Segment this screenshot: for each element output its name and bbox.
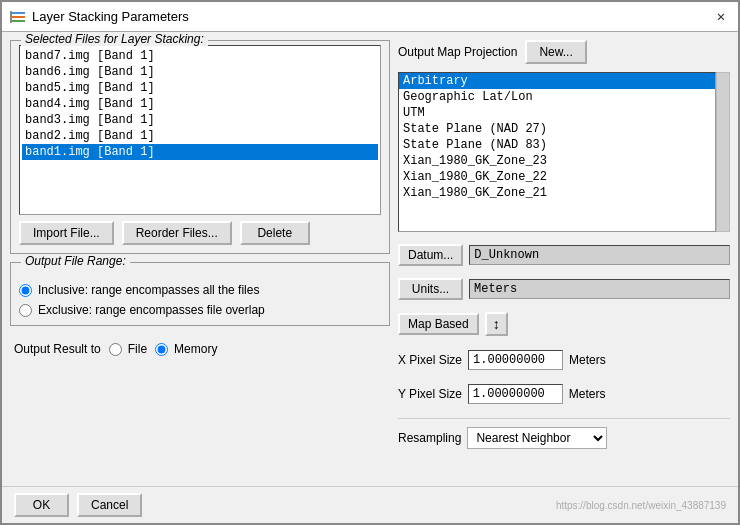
projection-item-geo[interactable]: Geographic Lat/Lon [399,89,715,105]
svg-rect-1 [11,16,25,18]
projection-container: Arbitrary Geographic Lat/Lon UTM State P… [398,72,730,232]
list-item-selected[interactable]: band1.img [Band 1] [22,144,378,160]
list-item[interactable]: band2.img [Band 1] [22,128,378,144]
exclusive-radio[interactable]: Exclusive: range encompasses file overla… [19,303,381,317]
files-group: Selected Files for Layer Stacking: band7… [10,40,390,254]
projection-list[interactable]: Arbitrary Geographic Lat/Lon UTM State P… [398,72,716,232]
window-title: Layer Stacking Parameters [32,9,706,24]
ok-button[interactable]: OK [14,493,69,517]
bottom-buttons: OK Cancel [14,493,142,517]
projection-scrollbar[interactable] [716,72,730,232]
reorder-files-button[interactable]: Reorder Files... [122,221,232,245]
close-button[interactable]: ✕ [712,8,730,26]
units-row: Units... Meters [398,278,730,300]
file-radio[interactable]: File [109,342,147,356]
range-group-title: Output File Range: [21,254,130,268]
x-pixel-label: X Pixel Size [398,353,462,367]
new-projection-button[interactable]: New... [525,40,586,64]
exclusive-label: Exclusive: range encompasses file overla… [38,303,265,317]
file-radio-label: File [128,342,147,356]
units-value: Meters [469,279,730,299]
projection-header-row: Output Map Projection New... [398,40,730,64]
range-group: Output File Range: Inclusive: range enco… [10,262,390,326]
x-pixel-row: X Pixel Size Meters [398,350,730,370]
main-content: Selected Files for Layer Stacking: band7… [2,32,738,486]
left-panel: Selected Files for Layer Stacking: band7… [10,40,390,478]
list-item[interactable]: band7.img [Band 1] [22,48,378,64]
y-pixel-row: Y Pixel Size Meters [398,384,730,404]
resampling-label: Resampling [398,431,461,445]
projection-label: Output Map Projection [398,45,517,59]
list-item[interactable]: band3.img [Band 1] [22,112,378,128]
svg-rect-2 [11,20,25,22]
bottom-bar: OK Cancel https://blog.csdn.net/weixin_4… [2,486,738,523]
memory-radio-label: Memory [174,342,217,356]
layer-stacking-dialog: Layer Stacking Parameters ✕ Selected Fil… [0,0,740,525]
map-based-row: Map Based ↕ [398,312,730,336]
watermark: https://blog.csdn.net/weixin_43887139 [556,500,726,511]
x-pixel-input[interactable] [468,350,563,370]
projection-item-state83[interactable]: State Plane (NAD 83) [399,137,715,153]
datum-value: D_Unknown [469,245,730,265]
output-row: Output Result to File Memory [10,334,390,360]
projection-item-utm[interactable]: UTM [399,105,715,121]
memory-radio[interactable]: Memory [155,342,217,356]
import-file-button[interactable]: Import File... [19,221,114,245]
resampling-select[interactable]: Nearest Neighbor Bilinear Cubic Convolut… [467,427,607,449]
resampling-row: Resampling Nearest Neighbor Bilinear Cub… [398,418,730,449]
datum-row: Datum... D_Unknown [398,244,730,266]
list-item[interactable]: band4.img [Band 1] [22,96,378,112]
projection-item-arbitrary[interactable]: Arbitrary [399,73,715,89]
output-label: Output Result to [14,342,101,356]
inclusive-label: Inclusive: range encompasses all the fil… [38,283,259,297]
projection-item-state27[interactable]: State Plane (NAD 27) [399,121,715,137]
y-pixel-label: Y Pixel Size [398,387,462,401]
y-pixel-unit: Meters [569,387,606,401]
list-item[interactable]: band5.img [Band 1] [22,80,378,96]
map-based-button[interactable]: Map Based [398,313,479,335]
inclusive-radio[interactable]: Inclusive: range encompasses all the fil… [19,283,381,297]
range-radio-group: Inclusive: range encompasses all the fil… [19,273,381,317]
datum-button[interactable]: Datum... [398,244,463,266]
projection-item-xian21[interactable]: Xian_1980_GK_Zone_21 [399,185,715,201]
cancel-button[interactable]: Cancel [77,493,142,517]
file-buttons: Import File... Reorder Files... Delete [19,221,381,245]
title-bar: Layer Stacking Parameters ✕ [2,2,738,32]
delete-button[interactable]: Delete [240,221,310,245]
window-icon [10,9,26,25]
projection-item-xian22[interactable]: Xian_1980_GK_Zone_22 [399,169,715,185]
x-pixel-unit: Meters [569,353,606,367]
svg-rect-0 [11,12,25,14]
list-item[interactable]: band6.img [Band 1] [22,64,378,80]
files-group-title: Selected Files for Layer Stacking: [21,32,208,46]
file-list[interactable]: band7.img [Band 1] band6.img [Band 1] ba… [19,45,381,215]
svg-rect-3 [10,11,12,23]
right-panel: Output Map Projection New... Arbitrary G… [398,40,730,478]
sort-icon-button[interactable]: ↕ [485,312,508,336]
y-pixel-input[interactable] [468,384,563,404]
units-button[interactable]: Units... [398,278,463,300]
projection-item-xian23[interactable]: Xian_1980_GK_Zone_23 [399,153,715,169]
